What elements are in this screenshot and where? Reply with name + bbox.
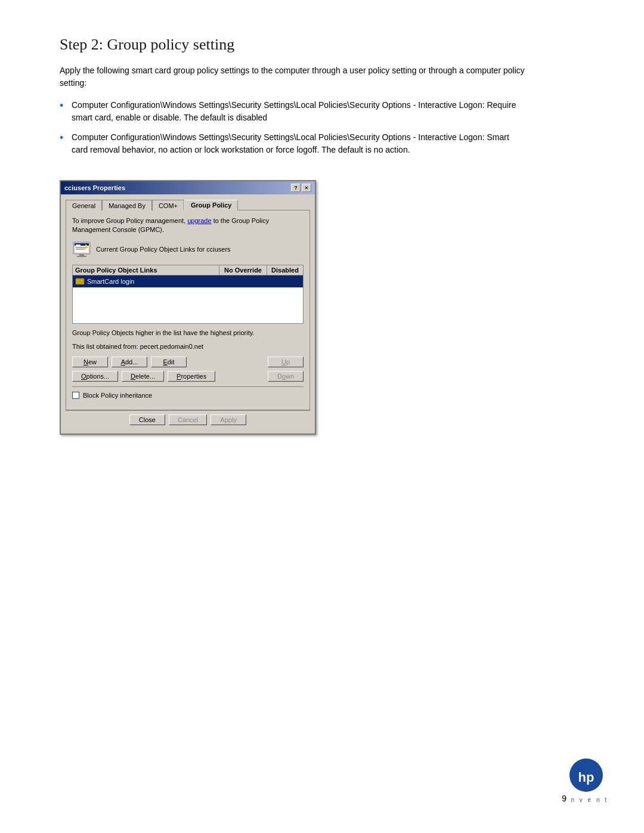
upgrade-link[interactable]: upgrade <box>187 217 211 224</box>
col-header-override: No Override <box>219 265 267 275</box>
properties-button[interactable]: Properties <box>168 371 215 382</box>
gpo-row-disabled <box>267 280 303 283</box>
cancel-button[interactable]: Cancel <box>169 414 207 425</box>
tab-com-plus[interactable]: COM+ <box>152 200 184 210</box>
svg-text:hp: hp <box>578 770 595 785</box>
gpo-empty-rows <box>73 287 303 323</box>
tab-general[interactable]: General <box>66 200 102 210</box>
tab-group-policy[interactable]: Group Policy <box>184 200 238 210</box>
delete-underline: D <box>131 373 135 380</box>
separator <box>72 386 304 387</box>
smartcard-icon <box>75 277 85 286</box>
gpo-icon-label: Current Group Policy Object Links for cc… <box>96 246 231 253</box>
tabs-row: General Managed By COM+ Group Policy <box>66 199 310 210</box>
block-policy-label: Block Policy inheritance <box>83 392 152 399</box>
col-header-disabled: Disabled <box>267 265 303 275</box>
intro-text: Apply the following smart card group pol… <box>60 64 525 89</box>
options-button[interactable]: Options... <box>72 371 118 382</box>
apply-button[interactable]: Apply <box>210 414 246 425</box>
priority-text-2: This list obtained from: pecert.pedomain… <box>72 342 304 351</box>
gpo-row-main: SmartCard login <box>73 275 219 287</box>
block-policy-checkbox[interactable] <box>72 392 79 399</box>
gpo-row-override <box>219 280 267 283</box>
add-button[interactable]: Add... <box>112 357 147 367</box>
down-underline: o <box>282 373 286 380</box>
dialog-controls: ? × <box>291 184 311 192</box>
svg-rect-3 <box>76 244 80 246</box>
bullet-list: Computer Configuration\Windows Settings\… <box>60 99 525 156</box>
dialog-title: cciusers Properties <box>64 184 125 191</box>
hp-logo-container: hp ® i n v e n t <box>564 757 608 803</box>
dialog-container: cciusers Properties ? × General Managed … <box>60 180 316 435</box>
gpo-icon <box>72 240 91 259</box>
new-button[interactable]: New <box>72 357 108 367</box>
dialog-footer: Close Cancel Apply <box>66 410 310 429</box>
tab-managed-by[interactable]: Managed By <box>102 200 152 210</box>
tab-content-group-policy: To improve Group Policy management, upgr… <box>66 210 310 410</box>
hp-logo-icon: hp ® <box>568 757 604 793</box>
gpo-table-body: SmartCard login <box>73 275 303 323</box>
hp-invent-text: i n v e n t <box>564 797 608 803</box>
svg-rect-7 <box>77 256 86 257</box>
gpo-table: Group Policy Object Links No Override Di… <box>72 265 304 324</box>
up-button[interactable]: Up <box>268 357 304 367</box>
priority-text-1: Group Policy Objects higher in the list … <box>72 329 304 337</box>
dialog-body: General Managed By COM+ Group Policy To … <box>61 194 315 433</box>
dialog-titlebar: cciusers Properties ? × <box>61 181 315 194</box>
buttons-row-2: Options... Delete... Properties Down <box>72 371 304 382</box>
bullet-item-1: Computer Configuration\Windows Settings\… <box>60 99 525 124</box>
upgrade-text: To improve Group Policy management, upgr… <box>72 216 304 235</box>
buttons-row-1: New Add... Edit Up <box>72 357 304 367</box>
dialog-help-button[interactable]: ? <box>291 184 301 192</box>
table-row[interactable]: SmartCard login <box>73 275 303 287</box>
gpo-row-name: SmartCard login <box>87 278 134 285</box>
col-header-links: Group Policy Object Links <box>73 265 219 275</box>
svg-rect-10 <box>77 280 79 281</box>
up-underline: U <box>281 358 286 366</box>
svg-rect-5 <box>76 249 85 250</box>
close-button[interactable]: Close <box>129 414 165 425</box>
add-underline: A <box>121 358 125 366</box>
gpo-icon-row: Current Group Policy Object Links for cc… <box>72 240 304 259</box>
checkbox-row: Block Policy inheritance <box>72 392 304 399</box>
gpo-table-header: Group Policy Object Links No Override Di… <box>73 265 303 275</box>
delete-button[interactable]: Delete... <box>122 371 164 382</box>
down-button[interactable]: Down <box>268 371 304 382</box>
edit-button[interactable]: Edit <box>151 357 187 367</box>
svg-rect-6 <box>79 254 84 256</box>
dialog-close-button[interactable]: × <box>302 184 311 192</box>
new-underline: N <box>83 358 88 366</box>
svg-rect-4 <box>76 247 88 248</box>
properties-underline: P <box>177 373 181 380</box>
options-underline: O <box>81 373 86 380</box>
bullet-item-2: Computer Configuration\Windows Settings\… <box>60 131 525 156</box>
dialog-window: cciusers Properties ? × General Managed … <box>60 180 316 435</box>
edit-underline: E <box>163 358 168 366</box>
svg-text:®: ® <box>599 759 603 764</box>
page-title: Step 2: Group policy setting <box>60 36 596 54</box>
